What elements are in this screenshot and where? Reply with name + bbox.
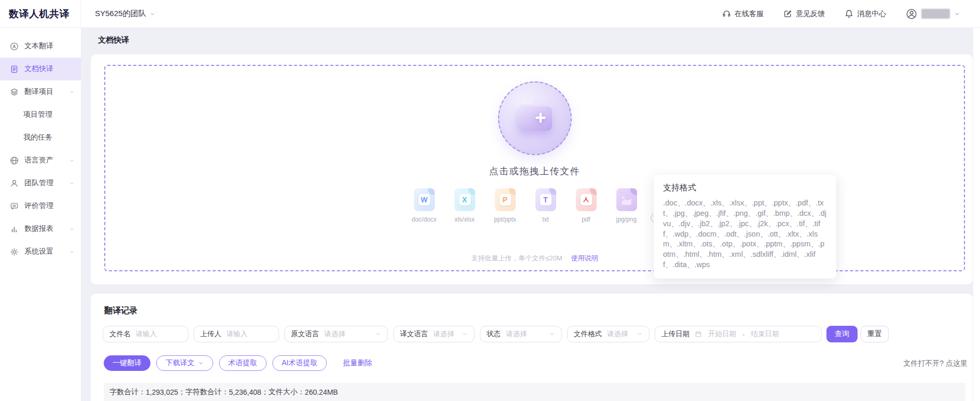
download-translation-button[interactable]: 下载译文	[156, 355, 213, 371]
filter-row: 文件名请输入上传人请输入原文语言请选择译文语言请选择状态请选择文件格式请选择上传…	[103, 326, 822, 342]
stat-label: 字数合计：	[109, 388, 146, 397]
pdf-glyph	[581, 194, 592, 205]
globe-icon	[10, 156, 19, 165]
stat-label: 文件大小：	[269, 388, 305, 397]
format-word: Wdoc/docx	[411, 188, 438, 223]
actions-row: 一键翻译下载译文术语提取AI术语提取批量删除	[104, 355, 375, 371]
upload-button[interactable]	[498, 81, 572, 155]
filter-placeholder: 请输入	[227, 329, 248, 339]
filter-label: 原文语言	[291, 329, 319, 339]
sidebar-subitem-translation-projects-0[interactable]: 项目管理	[0, 103, 81, 126]
filter-label: 文件格式	[574, 329, 602, 339]
stats-bar: 字数合计：1,293,025；字符数合计：5,236,408；文件大小：260.…	[104, 383, 965, 401]
filter-uploader[interactable]: 上传人请输入	[194, 326, 279, 342]
query-button[interactable]: 查询	[826, 326, 858, 342]
supported-formats-tooltip: 支持格式 .doc、.docx、.xls、.xlsx、.ppt、.pptx、.p…	[654, 175, 836, 279]
sidebar-subitem-translation-projects-1[interactable]: 我的任务	[0, 126, 81, 149]
chevron-down-icon	[149, 11, 156, 17]
file-open-link[interactable]: 点这里	[946, 359, 968, 367]
format-label: jpg/png	[616, 216, 637, 223]
bar-chart-icon	[10, 225, 19, 233]
filter-placeholder: 请选择	[607, 329, 628, 339]
topbar-link-feedback[interactable]: 意见反馈	[783, 9, 825, 19]
sidebar-item-label: 系统设置	[24, 247, 53, 256]
sidebar-item-doc-quick-translate[interactable]: 文档快译	[0, 58, 81, 80]
chevron-down-icon	[198, 360, 204, 366]
sidebar-item-system-settings[interactable]: 系统设置	[0, 240, 81, 263]
usage-guide-link[interactable]: 使用说明	[571, 254, 598, 262]
reset-button[interactable]: 重置	[861, 326, 889, 342]
plus-icon	[534, 112, 547, 124]
pdf-file-icon	[576, 188, 597, 211]
username-redacted	[921, 9, 950, 19]
format-ppt: Pppt/pptx	[492, 188, 519, 223]
chevron-down-icon	[637, 331, 643, 337]
filter-file-name[interactable]: 文件名请输入	[103, 326, 188, 342]
filter-upload-date[interactable]: 上传日期开始日期-结束日期	[655, 326, 822, 342]
topbar-link-label: 消息中心	[857, 9, 886, 19]
filter-label: 上传人	[200, 329, 222, 339]
filter-placeholder: 请输入	[136, 329, 157, 339]
tooltip-title: 支持格式	[663, 183, 827, 193]
chevron-down-icon	[69, 226, 75, 232]
filter-source-language[interactable]: 原文语言请选择	[284, 326, 388, 342]
stat-value: 260.24MB	[305, 388, 338, 396]
batch-delete-button[interactable]: 批量删除	[340, 355, 375, 371]
one-click-translate-button[interactable]: 一键翻译	[104, 355, 150, 371]
topbar-link-online-service[interactable]: 在线客服	[722, 9, 764, 19]
stat-label: 字符数合计：	[185, 388, 229, 397]
text-translate-icon	[10, 42, 19, 51]
sidebar-item-label: 评价管理	[24, 201, 53, 211]
folder-plus-icon	[518, 105, 552, 131]
ai-term-extract-button[interactable]: AI术语提取	[272, 355, 327, 371]
filter-label: 上传日期	[661, 329, 689, 339]
stat-value: 5,236,408	[229, 388, 261, 396]
sidebar-item-text-translate[interactable]: 文本翻译	[0, 35, 81, 58]
action-label: AI术语提取	[282, 358, 318, 368]
sidebar-item-translation-projects[interactable]: 翻译项目	[0, 80, 81, 103]
sidebar-item-data-reports[interactable]: 数据报表	[0, 217, 81, 240]
stat-value: 1,293,025	[146, 388, 178, 396]
filter-file-format[interactable]: 文件格式请选择	[567, 326, 650, 342]
filter-placeholder: 请选择	[506, 329, 527, 339]
format-txt: Ttxt	[532, 188, 559, 223]
topbar-link-label: 在线客服	[735, 9, 764, 19]
format-excel: Xxls/xlsx	[451, 188, 478, 223]
tooltip-body: .doc、.docx、.xls、.xlsx、.ppt、.pptx、.pdf、.t…	[663, 198, 827, 270]
chevron-down-icon	[375, 331, 381, 337]
sidebar-item-label: 数据报表	[24, 224, 53, 233]
bell-icon	[845, 9, 853, 18]
filter-target-language[interactable]: 译文语言请选择	[393, 326, 475, 342]
start-date-input[interactable]: 开始日期	[708, 329, 736, 339]
layers-icon	[10, 88, 19, 96]
avatar-icon	[906, 8, 917, 20]
comment-icon	[10, 202, 19, 211]
action-label: 一键翻译	[113, 358, 142, 368]
team-selector[interactable]: SY5625的团队	[95, 9, 156, 19]
document-icon	[10, 65, 19, 74]
filter-status[interactable]: 状态请选择	[480, 326, 562, 342]
word-file-icon: W	[414, 188, 435, 211]
brand-logo: 数译人机共译	[0, 0, 81, 27]
topbar: 数译人机共译 SY5625的团队 在线客服意见反馈消息中心	[0, 0, 980, 28]
chevron-down-icon	[462, 331, 468, 337]
chevron-up-icon	[69, 89, 75, 95]
sidebar: 文本翻译文档快译翻译项目项目管理我的任务语言资产团队管理评价管理数据报表系统设置	[0, 28, 81, 401]
scrollbar-track[interactable]	[973, 28, 980, 401]
format-image: jpg/png	[613, 188, 640, 223]
topbar-link-message-center[interactable]: 消息中心	[845, 9, 886, 19]
sidebar-item-review-management[interactable]: 评价管理	[0, 195, 81, 217]
format-glyph: P	[500, 194, 511, 205]
main-content: 文档快译 点击或拖拽上传文件 Wdoc/docxXxls/xlsxPppt/pp…	[81, 28, 980, 401]
sidebar-item-team-management[interactable]: 团队管理	[0, 172, 81, 195]
feedback-icon	[783, 9, 792, 18]
image-file-icon	[616, 188, 637, 211]
format-glyph: X	[459, 194, 471, 205]
format-pdf: pdf	[573, 188, 600, 223]
user-menu[interactable]	[906, 8, 960, 20]
stat-separator: ；	[178, 388, 185, 397]
sidebar-item-language-assets[interactable]: 语言资产	[0, 149, 81, 172]
end-date-input[interactable]: 结束日期	[751, 329, 779, 339]
term-extract-button[interactable]: 术语提取	[219, 355, 267, 371]
action-label: 批量删除	[343, 358, 372, 368]
